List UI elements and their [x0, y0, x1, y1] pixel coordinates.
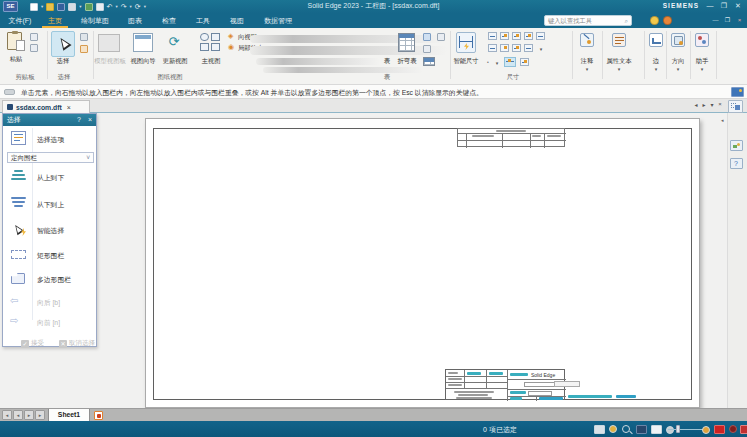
poly-fence-item[interactable]: 多边形围栏 [37, 275, 71, 285]
panel-help-icon[interactable]: ? [74, 114, 84, 126]
document-tab-close-icon[interactable]: × [67, 104, 71, 111]
tab-home[interactable]: 主页 [42, 13, 68, 28]
redo-icon[interactable]: ↷ [121, 1, 127, 12]
bottom-up-item[interactable]: 从下到上 [37, 200, 64, 210]
orientation-caret-icon[interactable]: ▾ [674, 67, 682, 72]
view-wizard-icon[interactable] [133, 33, 153, 52]
first-sheet-button[interactable]: ◂ [2, 410, 12, 420]
model-view-board-icon[interactable] [98, 34, 120, 52]
zoom-slider-track[interactable] [668, 429, 706, 430]
doc-options-icon[interactable] [96, 3, 104, 11]
tab-view[interactable]: 视图 [224, 13, 250, 28]
zoom-icon[interactable] [622, 425, 630, 433]
back-arrow-icon[interactable]: ⇦ [10, 296, 18, 306]
select-fence-mini-icon[interactable] [80, 45, 88, 53]
select-tool-status-icon[interactable] [594, 425, 605, 434]
tab-sketch[interactable]: 绘制草图 [76, 13, 114, 28]
principal-view-icon[interactable] [200, 33, 220, 52]
new-caret-icon[interactable]: ▾ [41, 4, 43, 9]
restore-button[interactable]: ❐ [717, 0, 731, 12]
cancel-cross-icon[interactable]: ✕ [59, 340, 67, 348]
refresh-icon[interactable]: ⟳ [135, 1, 141, 12]
accept-label[interactable]: 接受 [31, 339, 44, 346]
property-text-icon[interactable] [612, 33, 626, 47]
redo-caret-icon[interactable]: ▾ [130, 4, 132, 9]
smart-select-item[interactable]: 智能选择 [37, 226, 64, 236]
select-options-icon[interactable] [11, 131, 26, 145]
title-block[interactable]: Solid Edge [445, 369, 565, 400]
strip-collapse-icon[interactable]: ◂ [721, 117, 724, 123]
parts-list-icon[interactable] [423, 33, 431, 41]
zoom-slider-handle[interactable] [676, 425, 680, 433]
update-views-label[interactable]: 更新视图 [160, 57, 190, 66]
assistant-icon[interactable] [695, 33, 709, 47]
forward-arrow-icon[interactable]: ⇨ [10, 316, 18, 326]
document-tab[interactable]: ssdax.com.dft × [2, 100, 90, 113]
minimize-button[interactable]: — [703, 0, 717, 12]
pan-view-icon[interactable] [651, 425, 662, 434]
new-document-icon[interactable] [30, 3, 38, 11]
smart-dimension-label[interactable]: 智能尺寸 [444, 57, 488, 66]
view-wizard-label[interactable]: 视图向导 [128, 57, 158, 66]
prompt-help-icon[interactable] [731, 87, 744, 97]
accept-check-icon[interactable]: ✓ [21, 340, 29, 348]
edges-icon[interactable] [649, 33, 663, 47]
prev-sheet-button[interactable]: ◂ [13, 410, 23, 420]
dim-callout-icon[interactable] [512, 44, 521, 52]
poly-fence-icon[interactable] [11, 273, 25, 284]
tab-diagram[interactable]: 图表 [122, 13, 148, 28]
zoom-area-icon[interactable] [609, 425, 617, 433]
pathfinder-icon[interactable] [728, 100, 743, 113]
doc-minimize-button[interactable]: — [710, 16, 721, 25]
annotation-icon[interactable] [580, 33, 594, 47]
model-view-board-label[interactable]: 模型视图板 [92, 57, 128, 66]
mini-table-icon[interactable] [423, 57, 435, 66]
tab-scroll-right-icon[interactable]: ▸ [700, 101, 708, 108]
principal-view-label[interactable]: 主视图 [198, 57, 224, 66]
search-input[interactable]: 键入以查找工具 ⌕ [544, 15, 632, 26]
dim-coordinate-icon[interactable] [512, 32, 521, 40]
edit-sheet-icon[interactable] [94, 411, 103, 420]
dim-angle-icon[interactable] [500, 32, 509, 40]
tab-tools[interactable]: 工具 [190, 13, 216, 28]
video-help-icon[interactable] [714, 425, 725, 434]
undo-icon[interactable]: ↶ [107, 1, 113, 12]
print-caret-icon[interactable]: ▾ [79, 4, 81, 9]
top-down-icon[interactable] [11, 170, 26, 182]
frame-icon[interactable] [437, 33, 445, 41]
feedback-smiley-icon[interactable] [650, 16, 659, 25]
rect-fence-icon[interactable] [11, 250, 26, 259]
smart-select-icon[interactable] [11, 222, 26, 236]
property-text-caret-icon[interactable]: ▾ [615, 67, 623, 72]
rect-fence-item[interactable]: 矩形围栏 [37, 251, 64, 261]
image-view-icon[interactable] [730, 140, 743, 151]
aux-view-icon[interactable]: ◈ [228, 32, 233, 40]
last-sheet-button[interactable]: ▸ [35, 410, 45, 420]
alert-icon[interactable] [740, 425, 747, 434]
select-options-item[interactable]: 选择选项 [37, 135, 64, 145]
bottom-up-icon[interactable] [11, 197, 26, 209]
detail-view-icon[interactable]: ◉ [228, 43, 234, 51]
smart-dimension-icon[interactable] [456, 32, 476, 53]
assistant-caret-icon[interactable]: ▾ [698, 67, 706, 72]
cancel-label[interactable]: 取消选择 [69, 339, 95, 346]
doc-restore-button[interactable]: ❐ [722, 16, 733, 25]
doc-close-button[interactable]: × [734, 16, 745, 25]
dim-selected-tool-icon[interactable] [504, 57, 516, 67]
fit-view-icon[interactable] [636, 425, 647, 434]
dim-prefix-icon[interactable] [520, 58, 529, 66]
paste-label[interactable]: 粘贴 [4, 55, 28, 64]
paste-icon[interactable] [7, 32, 22, 50]
table-icon[interactable] [398, 33, 415, 52]
tab-inspect[interactable]: 检查 [156, 13, 182, 28]
cut-icon[interactable] [30, 33, 38, 41]
record-icon[interactable] [729, 425, 737, 433]
hole-table-icon[interactable] [423, 45, 431, 53]
edges-caret-icon[interactable]: ▾ [652, 67, 660, 72]
dim-distance-icon[interactable] [488, 32, 497, 40]
annotation-caret-icon[interactable]: ▾ [583, 67, 591, 72]
dim-stack-icon[interactable] [500, 44, 509, 52]
close-button[interactable]: ✕ [731, 0, 745, 12]
select-options-mini-icon[interactable] [80, 33, 88, 41]
select-button-label[interactable]: 选择 [51, 57, 75, 66]
